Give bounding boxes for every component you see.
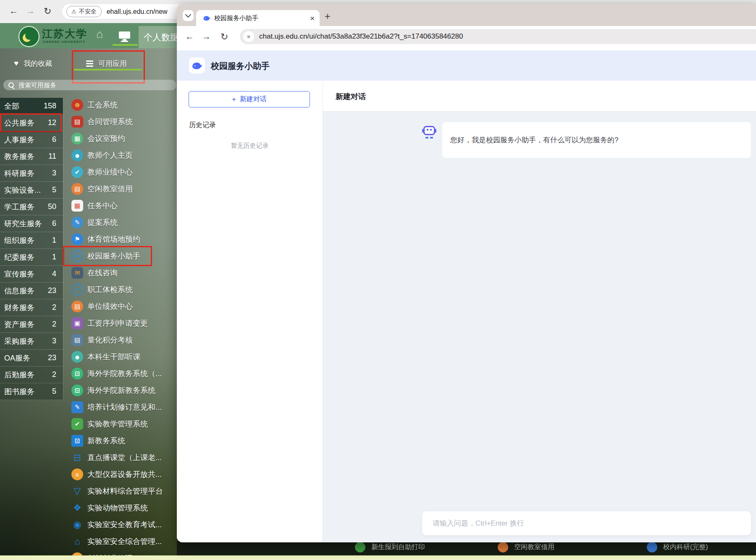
app-list-item[interactable]: ▤ 合同管理系统 <box>63 113 178 130</box>
forward-icon[interactable]: → <box>26 6 35 16</box>
bottom-status-bar <box>0 555 756 560</box>
app-list-item[interactable]: ◉ 实验室安全教育考试... <box>63 516 178 533</box>
category-label: 组织服务 <box>4 236 34 246</box>
service-hall-icon[interactable] <box>119 31 130 39</box>
back-icon[interactable]: ← <box>9 6 18 16</box>
app-icon: ▤ <box>71 116 83 128</box>
app-icon: ▤ <box>71 301 83 312</box>
category-item[interactable]: 公共服务 12 <box>0 115 63 131</box>
app-list-item[interactable]: AI 校园服务小助手 <box>63 248 178 264</box>
category-item[interactable]: 资产服务 2 <box>0 316 63 333</box>
app-list-item[interactable]: ▤ 单位绩效中心 <box>63 298 178 315</box>
app-list-item[interactable]: ✎ 提案系统 <box>63 214 178 231</box>
active-nav-underline <box>113 44 138 46</box>
category-item[interactable]: 研究生服务 6 <box>0 215 63 232</box>
search-input[interactable] <box>18 81 158 89</box>
university-name: 江苏大学 <box>42 27 87 41</box>
app-list-item[interactable]: ⊡ 海外学院教务系统（... <box>63 365 178 382</box>
category-item[interactable]: 纪委服务 1 <box>0 249 63 266</box>
category-item[interactable]: 财务服务 2 <box>0 299 63 316</box>
app-list-item[interactable]: ✚ 职工体检系统 <box>63 281 178 298</box>
category-count: 3 <box>52 169 56 178</box>
app-list-item[interactable]: ☻ 本科生干部听课 <box>63 348 178 365</box>
category-item[interactable]: 采购服务 3 <box>0 333 63 350</box>
app-icon: ⌂ <box>71 536 83 547</box>
category-item[interactable]: 图书服务 5 <box>0 383 63 400</box>
reload-icon[interactable]: ↻ <box>44 6 51 17</box>
app-list-item[interactable]: ▽ 实验材料综合管理平台 <box>63 483 178 500</box>
service-dot-icon <box>498 542 508 552</box>
app-list-item[interactable]: ☻ 教师个人主页 <box>63 147 178 164</box>
robot-head <box>423 126 435 135</box>
app-label: 大型仪器设备开放共... <box>87 469 162 479</box>
tab-my-favorites[interactable]: ♥ 我的收藏 <box>14 55 52 71</box>
category-item[interactable]: 科研服务 3 <box>0 165 63 182</box>
app-list-item[interactable]: ▣ 工资序列申请变更 <box>63 315 178 332</box>
chat-input-box[interactable] <box>422 511 751 535</box>
app-list-item[interactable]: ▦ 任务中心 <box>63 197 178 214</box>
category-label: 研究生服务 <box>4 219 42 229</box>
tab-search-chevron-button[interactable] <box>183 10 194 21</box>
app-list-item[interactable]: ▤ 创新创业管理 <box>63 550 178 555</box>
category-item[interactable]: 组织服务 1 <box>0 232 63 249</box>
new-chat-button[interactable]: + 新建对话 <box>189 91 310 107</box>
whale-logo-icon <box>192 60 202 71</box>
app-list-item[interactable]: ⊡ 海外学院新教务系统 <box>63 382 178 399</box>
app-list-item[interactable]: ▤ 量化积分考核 <box>63 332 178 348</box>
app-list-item[interactable]: ▦ 会议室预约 <box>63 130 178 147</box>
popup-address-bar[interactable]: ≡ chat.ujs.edu.cn/ui/chat/53a8a23f3e21b6… <box>240 29 756 44</box>
popup-reload-icon[interactable]: ↻ <box>220 31 228 42</box>
popup-forward-icon[interactable]: → <box>202 31 211 42</box>
category-count: 50 <box>48 202 56 211</box>
app-label: 在线咨询 <box>87 268 118 278</box>
app-label: 空闲教室借用 <box>87 184 133 194</box>
category-item[interactable]: 全部 158 <box>0 98 63 115</box>
app-list-item[interactable]: ≡ 大型仪器设备开放共... <box>63 466 178 483</box>
app-list-item[interactable]: ⚑ 体育馆场地预约 <box>63 231 178 248</box>
popup-tab-strip: 校园服务小助手 × + <box>177 4 756 26</box>
bottom-service-item[interactable]: 空闲教室借用 <box>498 542 554 552</box>
service-label: 空闲教室借用 <box>514 543 554 552</box>
bottom-service-item[interactable]: 新生报到自助打印 <box>355 542 425 552</box>
app-list-item[interactable]: ⊟ 直点播课堂（上课老... <box>63 449 178 466</box>
app-list-item[interactable]: ✔ 教师业绩中心 <box>63 164 178 181</box>
history-empty-text: 暂无历史记录 <box>177 142 323 150</box>
home-icon[interactable]: ⌂ <box>96 29 103 40</box>
new-tab-icon[interactable]: + <box>325 12 330 21</box>
robot-eye <box>430 129 432 131</box>
app-icon: ⊟ <box>71 452 83 463</box>
chat-input[interactable] <box>432 519 727 528</box>
category-label: 图书服务 <box>4 387 34 397</box>
category-count: 4 <box>52 270 56 278</box>
app-list-item[interactable]: ⊕ 工会系统 <box>63 97 178 113</box>
app-list-item[interactable]: ▤ 空闲教室借用 <box>63 181 178 197</box>
available-apps-active-underline <box>74 69 142 71</box>
bottom-service-item[interactable]: 校内科研(完整) <box>647 542 708 552</box>
app-list-item[interactable]: ⌂ 实验室安全综合管理... <box>63 533 178 550</box>
security-chip[interactable]: ⚠ 不安全 <box>66 6 102 17</box>
site-info-icon[interactable]: ≡ <box>243 31 254 42</box>
category-item[interactable]: OA服务 23 <box>0 350 63 366</box>
app-list-item[interactable]: ✉ 在线咨询 <box>63 264 178 281</box>
app-list-item[interactable]: ✎ 培养计划修订意见和... <box>63 399 178 416</box>
tab-close-icon[interactable]: × <box>310 14 315 22</box>
app-list-item[interactable]: ✔ 实验教学管理系统 <box>63 416 178 432</box>
category-sidebar: 全部 158 公共服务 12 人事服务 6 教务服务 11 科研服务 3 实验设… <box>0 98 63 400</box>
category-label: 实验设备... <box>4 185 41 195</box>
app-list-item[interactable]: ❖ 实验动物管理系统 <box>63 500 178 516</box>
category-item[interactable]: 后勤服务 2 <box>0 366 63 383</box>
category-item[interactable]: 人事服务 6 <box>0 131 63 148</box>
app-list-item[interactable]: ⊡ 新教务系统 <box>63 432 178 449</box>
popup-window: 校园服务小助手 × + ← → ↻ ≡ chat.ujs.edu.cn/ui/c… <box>177 4 756 542</box>
category-item[interactable]: 教务服务 11 <box>0 148 63 165</box>
popup-back-icon[interactable]: ← <box>185 31 194 42</box>
category-item[interactable]: 学工服务 50 <box>0 199 63 215</box>
category-item[interactable]: 宣传服务 4 <box>0 266 63 283</box>
service-dot-icon <box>355 542 365 552</box>
app-label: 教师业绩中心 <box>87 167 133 177</box>
popup-active-tab[interactable]: 校园服务小助手 × <box>196 10 320 26</box>
category-item[interactable]: 信息服务 23 <box>0 283 63 299</box>
assistant-message-bubble: 您好，我是校园服务小助手，有什么可以为您服务的? <box>442 122 751 158</box>
category-item[interactable]: 实验设备... 5 <box>0 182 63 199</box>
service-search[interactable] <box>3 80 176 90</box>
